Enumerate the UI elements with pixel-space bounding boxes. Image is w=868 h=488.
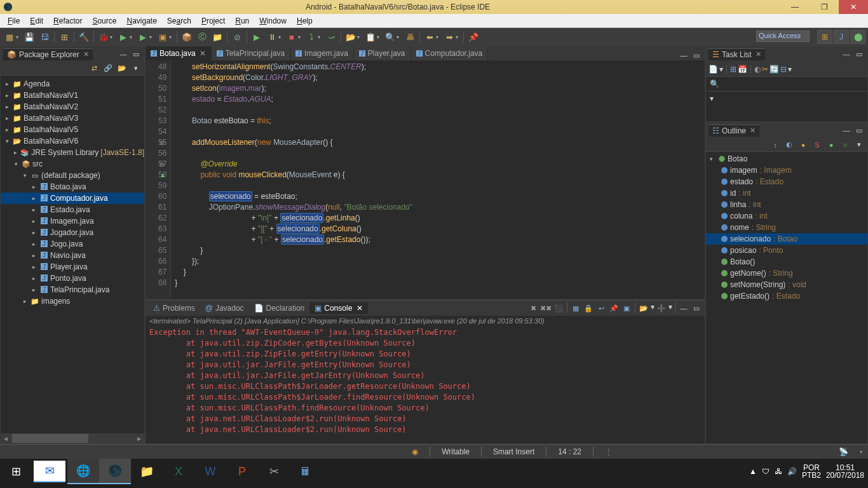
tree-item[interactable]: ▸🅹TelaPrincipal.java (1, 284, 144, 295)
horizontal-scrollbar[interactable]: ◂▸ (1, 433, 144, 444)
terminate-icon[interactable]: ⬛ (553, 302, 564, 314)
rss-icon[interactable]: 📡 (839, 447, 848, 456)
tree-item[interactable]: ▸📁imagens (1, 295, 144, 307)
step-icon[interactable]: ⤵ (304, 30, 318, 44)
maximize-button[interactable]: ❐ (810, 0, 839, 14)
outline-member[interactable]: Botao() (706, 256, 867, 268)
debug-icon[interactable]: 🐞 (97, 30, 111, 44)
excel-icon[interactable]: X (163, 459, 194, 484)
console-output[interactable]: Exception in thread "AWT-EventQueue-0" j… (146, 326, 705, 437)
save-icon[interactable]: 💾 (22, 30, 36, 44)
menu-icon[interactable]: ▾ (130, 63, 142, 74)
breakpoint-icon[interactable]: ◉ (412, 447, 418, 456)
minimize-button[interactable]: — (780, 0, 810, 14)
schedule-icon[interactable]: 📅 (738, 65, 747, 74)
remove-launch-icon[interactable]: ✖ (527, 302, 539, 314)
find-icon[interactable]: 🔍 (710, 79, 719, 88)
wordwrap-icon[interactable]: ↩ (595, 302, 607, 314)
tree-item[interactable]: ▸📁Agenda (1, 78, 144, 90)
hide-fields-icon[interactable]: ● (797, 139, 809, 151)
tree-item[interactable]: ▸📁BatalhaNavalV5 (1, 124, 144, 135)
clear-console-icon[interactable]: ▦ (570, 302, 581, 314)
min-bottom-icon[interactable]: — (678, 302, 689, 314)
android-perspective-icon[interactable]: ⬤ (850, 30, 865, 44)
new-console-icon[interactable]: ➕ (656, 302, 667, 314)
tree-item[interactable]: ▾📦src (1, 158, 144, 170)
tray-shield-icon[interactable]: 🛡 (762, 467, 770, 476)
bottom-tab[interactable]: ▣Console✕ (309, 302, 368, 314)
calc-icon[interactable]: 🖩 (290, 459, 322, 484)
outline-member[interactable]: selecionado : Botao (706, 233, 867, 245)
close-icon[interactable]: ✕ (756, 50, 761, 58)
forward-icon[interactable]: ➡ (442, 30, 456, 44)
tray-up-icon[interactable]: ▲ (749, 467, 757, 476)
focus-icon[interactable]: 📂 (116, 63, 128, 74)
search2-icon[interactable]: 🔍 (383, 30, 397, 44)
outline-member[interactable]: setNome(String) : void (706, 279, 867, 290)
external-icon[interactable]: ▣ (156, 30, 170, 44)
outline-member[interactable]: estado : Estado (706, 176, 867, 187)
close-icon[interactable]: ✕ (200, 49, 206, 58)
tree-item[interactable]: ▸📚JRE System Library [JavaSE-1.8] (1, 147, 144, 158)
tree-item[interactable]: ▸🅹Jogador.java (1, 227, 144, 238)
outline-member[interactable]: imagem : Imagem (706, 165, 867, 176)
menu-file[interactable]: File (3, 15, 25, 27)
menu-window[interactable]: Window (254, 15, 292, 27)
link-icon[interactable]: 🔗 (102, 63, 114, 74)
run-icon[interactable]: ▶ (116, 30, 130, 44)
start-button[interactable]: ⊞ (0, 459, 32, 484)
focus2-icon[interactable]: ◐ (754, 65, 761, 74)
maximize-outline-icon[interactable]: ▭ (853, 125, 865, 135)
eclipse-icon[interactable]: 🌑 (99, 459, 131, 484)
close-button[interactable]: ✕ (839, 0, 868, 14)
display-icon[interactable]: ▣ (621, 302, 632, 314)
dropdown-icon[interactable]: ▾ (706, 91, 867, 105)
outline-member[interactable]: linha : int (706, 199, 867, 210)
tree-item[interactable]: ▸🅹Player.java (1, 261, 144, 273)
explorer-icon[interactable]: 📁 (131, 459, 163, 484)
menu-edit[interactable]: Edit (25, 15, 48, 27)
hide-nonpublic-icon[interactable]: ● (825, 139, 837, 151)
outline-member[interactable]: posicao : Ponto (706, 245, 867, 256)
print-icon[interactable]: 🖶 (403, 30, 417, 44)
tree-item[interactable]: ▸🅹Jogo.java (1, 238, 144, 250)
categorize-icon[interactable]: ⊞ (730, 65, 736, 74)
package-explorer-tab[interactable]: 📦 Package Explorer ✕ (3, 48, 93, 60)
maximize-editor-icon[interactable]: ▭ (691, 50, 702, 60)
minimize-editor-icon[interactable]: — (678, 50, 689, 60)
pin-icon[interactable]: 📌 (466, 30, 480, 44)
quick-access-input[interactable]: Quick Access (756, 30, 810, 42)
collapse2-icon[interactable]: ⊟ (780, 65, 787, 74)
open-perspective-icon[interactable]: ⊞ (817, 30, 832, 44)
menu-refactor[interactable]: Refactor (48, 15, 87, 27)
tasklist-tab[interactable]: ☰ Task List ✕ (709, 48, 765, 60)
open-task-icon[interactable]: 📂 (344, 30, 358, 44)
remove-all-icon[interactable]: ✖✖ (540, 302, 552, 314)
bottom-tab[interactable]: ⚠Problems (148, 302, 200, 314)
editor-tab[interactable]: 🅹Player.java (354, 46, 411, 60)
maximize-view-icon[interactable]: ▭ (130, 49, 142, 59)
sort-icon[interactable]: ↕ (770, 139, 781, 151)
chrome-icon[interactable]: 🌐 (67, 459, 99, 484)
java-perspective-icon[interactable]: J (834, 30, 849, 44)
menu3-icon[interactable]: ▾ (853, 139, 865, 151)
bottom-tab[interactable]: 📄Declaration (249, 302, 310, 314)
tree-item[interactable]: ▾📂BatalhaNavalV6 (1, 135, 144, 147)
sync-icon[interactable]: 🔄 (770, 65, 779, 74)
minimize-view-icon[interactable]: — (118, 49, 129, 59)
pause-icon[interactable]: ⏸ (265, 30, 279, 44)
new-task-icon[interactable]: 📄 (709, 65, 718, 74)
back-icon[interactable]: ⬅ (423, 30, 437, 44)
editor-tab[interactable]: 🅹TelaPrincipal.java (212, 46, 290, 60)
collapse-icon[interactable]: ⇄ (88, 63, 100, 74)
hide-local-icon[interactable]: ○ (839, 139, 851, 151)
filter-icon[interactable]: ◐ (783, 139, 795, 151)
maximize-tasklist-icon[interactable]: ▭ (853, 49, 865, 59)
close-icon[interactable]: ✕ (356, 304, 363, 313)
editor-tab[interactable]: 🅹Computador.java (411, 46, 489, 60)
tree-item[interactable]: ▸📁BatalhaNavalV3 (1, 112, 144, 124)
hide-icon[interactable]: ✂ (762, 65, 768, 74)
pin2-icon[interactable]: 📌 (608, 302, 620, 314)
tree-item[interactable]: ▸🅹Ponto.java (1, 273, 144, 284)
tree-item[interactable]: ▸📁BatalhaNavalV1 (1, 90, 144, 101)
